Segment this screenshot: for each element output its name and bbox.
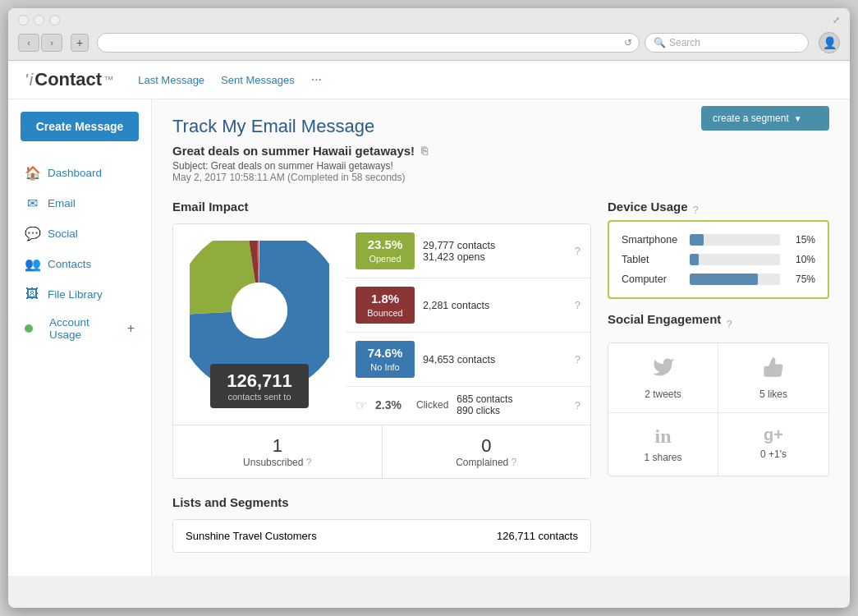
smartphone-row: Smartphone 15%: [622, 234, 815, 246]
unsubscribed-label: Unsubscribed ?: [183, 457, 372, 468]
computer-row: Computer 75%: [622, 274, 815, 285]
sidebar-item-email[interactable]: ✉ Email: [8, 188, 151, 218]
clicked-row: ☞ 2.3% Clicked 685 contacts 890 clicks: [346, 387, 590, 423]
browser-window: ⤢ ‹ › + ↺ 🔍 Search 👤 'iContact™: [8, 8, 850, 608]
unsubscribed-num: 1: [183, 435, 372, 457]
close-traffic-light[interactable]: [18, 15, 29, 25]
account-usage-add-button[interactable]: +: [127, 321, 135, 336]
device-usage-title: Device Usage: [608, 200, 688, 214]
subject-line: Subject: Great deals on summer Hawaii ge…: [172, 160, 829, 172]
sidebar-item-contacts[interactable]: 👥 Contacts: [8, 249, 151, 279]
url-bar[interactable]: ↺: [97, 33, 640, 53]
device-usage-card: Smartphone 15% Tablet: [608, 220, 829, 299]
max-traffic-light[interactable]: [49, 15, 60, 25]
email-icon: ✉: [25, 195, 39, 211]
search-bar[interactable]: 🔍 Search: [645, 33, 809, 53]
pie-chart: [190, 241, 329, 380]
sidebar-label-social: Social: [48, 228, 78, 240]
googleplus-cell: g+ 0 +1's: [718, 413, 828, 476]
smartphone-bar: [690, 234, 704, 246]
forward-button[interactable]: ›: [41, 34, 62, 52]
sidebar-label-file-library: File Library: [48, 288, 103, 301]
clicked-pct: 2.3%: [375, 398, 408, 411]
social-engagement-help-icon[interactable]: ?: [726, 318, 732, 330]
segment-btn-label: create a segment: [713, 113, 789, 124]
unsubscribed-help-icon[interactable]: ?: [306, 457, 312, 468]
new-tab-button[interactable]: +: [71, 34, 89, 52]
contacts-sent-number: 126,711: [222, 370, 297, 392]
opened-pct: 23.5%: [362, 237, 408, 253]
clicked-clicks: 890 clicks: [457, 405, 500, 416]
device-usage-help-icon[interactable]: ?: [693, 204, 699, 216]
email-impact-inner: 126,711 contacts sent to: [173, 224, 590, 425]
opened-opens: 31,423 opens: [423, 251, 567, 263]
social-icon: 💬: [25, 226, 39, 241]
logo-i: ': [25, 71, 28, 90]
sidebar-item-social[interactable]: 💬 Social: [8, 218, 151, 249]
titlebar: ⤢: [18, 15, 840, 25]
pie-area: 126,711 contacts sent to: [173, 224, 346, 425]
opened-contacts: 29,777 contacts: [423, 240, 567, 251]
more-nav-menu[interactable]: ···: [311, 72, 322, 87]
noinfo-badge: 74.6% No Info: [356, 341, 415, 378]
noinfo-detail: 94,653 contacts: [423, 354, 567, 365]
main-content: export message data ▼ create a segment ▼…: [152, 99, 850, 576]
sidebar-label-email: Email: [48, 197, 76, 209]
copy-icon[interactable]: ⎘: [421, 145, 428, 157]
computer-label: Computer: [622, 274, 683, 285]
header-section: export message data ▼ create a segment ▼…: [172, 116, 829, 183]
complained-label-text: Complained: [456, 457, 508, 468]
dashboard-icon: 🏠: [25, 165, 39, 181]
file-library-icon: 🖼: [25, 287, 39, 301]
clicked-help-icon[interactable]: ?: [575, 399, 580, 411]
stats-area: 23.5% Opened 29,777 contacts 31,423 open…: [346, 224, 590, 425]
list-item-count: 126,711 contacts: [497, 530, 578, 542]
sidebar-item-dashboard[interactable]: 🏠 Dashboard: [8, 158, 151, 188]
noinfo-pct: 74.6%: [362, 345, 408, 361]
unsubscribed-stat: 1 Unsubscribed ?: [173, 425, 383, 478]
main-layout: Create Message 🏠 Dashboard ✉ Email 💬 Soc…: [8, 99, 850, 576]
twitter-icon: [651, 356, 676, 384]
tablet-bar: [690, 254, 699, 265]
refresh-icon[interactable]: ↺: [624, 37, 632, 48]
app-content: 'iContact™ Last Message Sent Messages ··…: [8, 61, 850, 576]
last-message-link[interactable]: Last Message: [138, 74, 204, 86]
sidebar-item-file-library[interactable]: 🖼 File Library: [8, 279, 151, 309]
linkedin-icon: in: [654, 425, 671, 448]
bounced-detail: 2,281 contacts: [423, 300, 567, 311]
traffic-lights: [18, 15, 60, 25]
sent-messages-link[interactable]: Sent Messages: [221, 74, 295, 86]
social-grid: 2 tweets 5 likes: [608, 343, 828, 476]
complained-help-icon[interactable]: ?: [512, 457, 517, 468]
min-traffic-light[interactable]: [34, 15, 44, 25]
noinfo-label: No Info: [370, 362, 399, 372]
sidebar: Create Message 🏠 Dashboard ✉ Email 💬 Soc…: [8, 99, 152, 576]
clicked-contacts: 685 contacts: [457, 393, 512, 405]
search-icon: 🔍: [654, 37, 666, 48]
social-engagement-title: Social Engagement: [608, 312, 721, 326]
googleplus-icon: g+: [764, 425, 783, 444]
social-engagement-header: Social Engagement ?: [608, 312, 829, 336]
top-nav-links: Last Message Sent Messages ···: [138, 72, 322, 87]
subject-text: Great deals on summer Hawaii getaways!: [172, 144, 415, 158]
message-meta: Subject: Great deals on summer Hawaii ge…: [172, 160, 829, 183]
back-button[interactable]: ‹: [18, 34, 39, 52]
email-impact-title: Email Impact: [172, 200, 591, 214]
contacts-sent-label: contacts sent to: [222, 392, 297, 402]
create-segment-button[interactable]: create a segment ▼: [701, 106, 829, 131]
sidebar-item-account-usage[interactable]: Account Usage +: [8, 309, 151, 348]
right-column: Device Usage ? Smartphone 15%: [608, 200, 829, 553]
create-message-button[interactable]: Create Message: [21, 112, 139, 141]
bounced-help-icon[interactable]: ?: [575, 299, 580, 311]
tablet-pct: 10%: [787, 254, 815, 265]
top-nav: 'iContact™ Last Message Sent Messages ··…: [8, 61, 850, 99]
action-buttons: export message data ▼ create a segment ▼: [701, 99, 829, 131]
noinfo-help-icon[interactable]: ?: [575, 353, 580, 365]
logo-brand: Contact: [34, 69, 102, 90]
computer-bar-bg: [690, 274, 780, 285]
linkedin-count: 1 shares: [644, 452, 681, 463]
bounced-label: Bounced: [367, 308, 402, 318]
opened-help-icon[interactable]: ?: [575, 245, 580, 257]
opened-detail: 29,777 contacts 31,423 opens: [423, 240, 567, 263]
profile-button[interactable]: 👤: [819, 32, 840, 53]
